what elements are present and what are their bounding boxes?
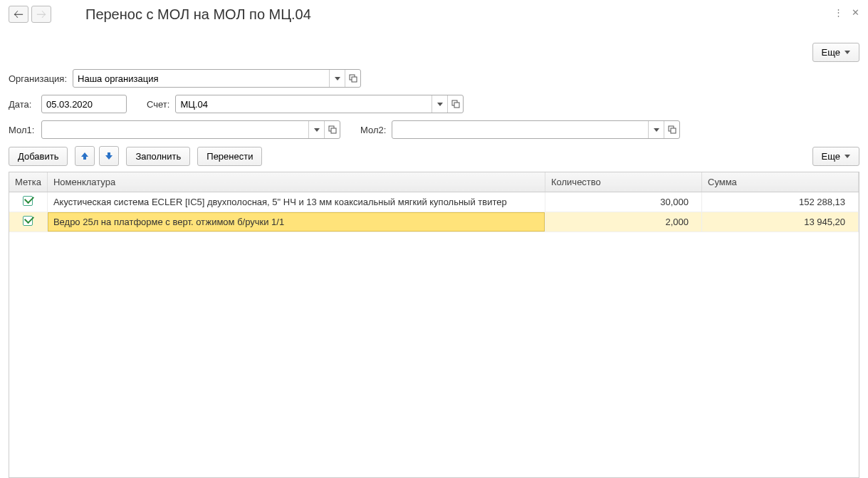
org-label: Организация: xyxy=(9,73,67,84)
fill-button[interactable]: Заполнить xyxy=(126,147,190,166)
cell-sum[interactable]: 152 288,13 xyxy=(702,192,859,212)
org-input[interactable] xyxy=(73,70,329,87)
move-down-button[interactable] xyxy=(99,146,119,166)
mol1-label: Мол1: xyxy=(9,125,36,135)
mol1-field[interactable] xyxy=(41,120,340,139)
svg-rect-9 xyxy=(671,128,676,133)
col-header-mark[interactable]: Метка xyxy=(9,172,47,192)
dropdown-icon[interactable] xyxy=(308,121,324,138)
date-input[interactable] xyxy=(42,95,127,113)
account-label: Счет: xyxy=(147,99,169,110)
dropdown-icon[interactable] xyxy=(329,70,345,87)
mol1-input[interactable] xyxy=(42,121,308,138)
grid-more-label: Еще xyxy=(822,151,840,162)
page-title: Перенос с МОЛ на МОЛ по МЦ.04 xyxy=(85,6,311,23)
nav-back-button[interactable]: 🡠 xyxy=(9,6,28,23)
chevron-down-icon xyxy=(845,51,850,54)
org-field[interactable] xyxy=(73,69,361,88)
svg-rect-5 xyxy=(454,103,459,108)
table-row[interactable]: Ведро 25л на платформе с верт. отжимом б… xyxy=(9,212,859,232)
cell-nomenclature[interactable]: Акустическая система ECLER [IC5] двухпол… xyxy=(47,192,545,212)
header-more-label: Еще xyxy=(822,47,840,58)
kebab-menu-icon[interactable]: ⋮ xyxy=(834,7,843,18)
close-icon[interactable]: ✕ xyxy=(852,7,859,18)
cell-mark[interactable] xyxy=(9,212,47,232)
mol2-input[interactable] xyxy=(392,121,648,138)
col-header-quantity[interactable]: Количество xyxy=(545,172,702,192)
open-icon[interactable] xyxy=(345,70,360,87)
table-row[interactable]: Акустическая система ECLER [IC5] двухпол… xyxy=(9,192,859,212)
checkmark-icon[interactable] xyxy=(23,216,33,226)
data-grid[interactable]: Метка Номенклатура Количество Сумма Акус… xyxy=(9,172,859,478)
app-window: 🡠 🡢 Перенос с МОЛ на МОЛ по МЦ.04 ⋮ ✕ Ещ… xyxy=(0,0,868,478)
header-more-button[interactable]: Еще xyxy=(812,43,859,62)
col-header-sum[interactable]: Сумма xyxy=(702,172,859,192)
grid-more-button[interactable]: Еще xyxy=(812,147,859,166)
date-field[interactable] xyxy=(41,95,127,113)
cell-quantity[interactable]: 2,000 xyxy=(545,212,702,232)
date-label: Дата: xyxy=(9,99,36,110)
svg-marker-11 xyxy=(105,152,113,160)
open-icon[interactable] xyxy=(447,95,463,113)
dropdown-icon[interactable] xyxy=(648,121,664,138)
add-button[interactable]: Добавить xyxy=(9,147,68,166)
cell-quantity[interactable]: 30,000 xyxy=(545,192,702,212)
svg-rect-7 xyxy=(331,128,336,133)
col-header-nomenclature[interactable]: Номенклатура xyxy=(47,172,545,192)
cell-nomenclature[interactable]: Ведро 25л на платформе с верт. отжимом б… xyxy=(47,212,545,232)
cell-mark[interactable] xyxy=(9,192,47,212)
svg-marker-10 xyxy=(81,152,88,160)
grid-toolbar: Добавить Заполнить Перенести Еще xyxy=(9,146,859,166)
open-icon[interactable] xyxy=(324,121,340,138)
window-controls: ⋮ ✕ xyxy=(834,7,859,18)
titlebar: 🡠 🡢 Перенос с МОЛ на МОЛ по МЦ.04 xyxy=(9,6,859,23)
move-up-button[interactable] xyxy=(75,146,95,166)
open-icon[interactable] xyxy=(664,121,679,138)
dropdown-icon[interactable] xyxy=(432,95,447,113)
mol2-field[interactable] xyxy=(392,120,680,139)
checkmark-icon[interactable] xyxy=(23,196,33,206)
account-field[interactable] xyxy=(175,95,464,113)
cell-sum[interactable]: 13 945,20 xyxy=(702,212,859,232)
account-input[interactable] xyxy=(176,95,432,113)
chevron-down-icon xyxy=(845,155,850,158)
svg-rect-1 xyxy=(352,77,357,82)
nav-forward-button[interactable]: 🡢 xyxy=(31,6,51,23)
mol2-label: Мол2: xyxy=(360,125,386,135)
transfer-button[interactable]: Перенести xyxy=(197,147,262,166)
